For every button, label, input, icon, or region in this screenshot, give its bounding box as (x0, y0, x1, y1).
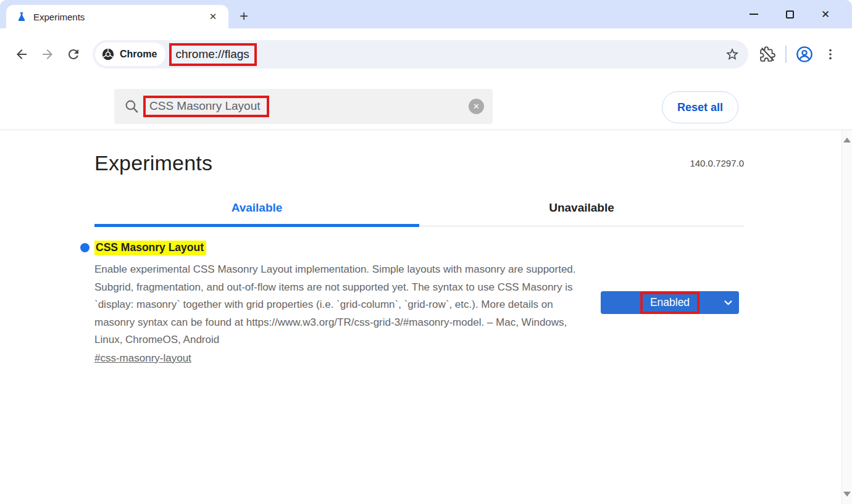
browser-window: Experiments ✕ + ✕ (0, 0, 852, 504)
new-tab-button[interactable]: + (233, 6, 254, 27)
flag-name-highlighted: CSS Masonry Layout (94, 241, 206, 255)
extensions-disabled-button[interactable] (754, 41, 780, 67)
tab-strip: Experiments ✕ + ✕ (0, 0, 852, 28)
three-dot-menu-icon (824, 48, 837, 61)
scroll-up-arrow-icon[interactable] (843, 138, 851, 143)
maximize-icon (786, 10, 794, 19)
annotation-red-box-enabled: Enabled (640, 292, 700, 314)
profile-avatar-icon (796, 46, 813, 63)
flags-page-content: Experiments 140.0.7297.0 Available Unava… (0, 130, 852, 504)
flag-description: Enable experimental CSS Masonry Layout i… (94, 261, 587, 349)
flag-bullet-dot-icon (80, 243, 90, 252)
tab-title: Experiments (33, 12, 205, 22)
chrome-version: 140.0.7297.0 (690, 158, 744, 168)
clear-search-button[interactable]: ✕ (469, 99, 484, 114)
address-bar[interactable]: Chrome chrome://flags (93, 40, 748, 68)
flag-entry: CSS Masonry Layout Enable experimental C… (94, 241, 744, 365)
flag-permalink[interactable]: #css-masonry-layout (94, 352, 191, 365)
profile-button[interactable] (791, 41, 817, 67)
page-header: Experiments 140.0.7297.0 (94, 151, 744, 175)
toolbar-divider (785, 46, 787, 63)
reload-icon (66, 47, 81, 62)
navigation-toolbar: Chrome chrome://flags (0, 28, 852, 80)
minimize-button[interactable] (736, 2, 772, 27)
tab-available[interactable]: Available (94, 201, 419, 226)
flags-tabs: Available Unavailable (94, 201, 744, 226)
vertical-scrollbar[interactable] (842, 130, 852, 504)
back-button[interactable] (9, 41, 35, 67)
minimize-icon (750, 14, 758, 15)
search-icon (124, 99, 140, 114)
forward-button[interactable] (35, 41, 61, 67)
flask-favicon-icon (16, 11, 27, 22)
window-controls: ✕ (736, 0, 843, 28)
chevron-down-icon (723, 297, 733, 308)
experiments-page: Experiments 140.0.7297.0 Available Unava… (94, 130, 744, 365)
menu-button[interactable] (817, 41, 843, 67)
bookmark-star-icon[interactable] (725, 47, 740, 62)
dropdown-selected-value: Enabled (650, 296, 690, 309)
annotation-red-box-search: CSS Masonry Layout (143, 96, 269, 117)
tab-unavailable[interactable]: Unavailable (419, 201, 744, 226)
maximize-button[interactable] (772, 2, 808, 27)
close-icon: ✕ (821, 9, 830, 20)
extensions-off-icon (759, 46, 775, 62)
search-input-value[interactable]: CSS Masonry Layout (149, 99, 261, 112)
back-arrow-icon (14, 47, 29, 62)
flags-search-row: CSS Masonry Layout ✕ Reset all (0, 80, 852, 130)
forward-arrow-icon (40, 47, 55, 62)
close-window-button[interactable]: ✕ (808, 2, 843, 27)
tab-close-icon[interactable]: ✕ (205, 9, 221, 25)
reset-all-button[interactable]: Reset all (662, 91, 738, 123)
reload-button[interactable] (61, 41, 86, 67)
flags-search-field[interactable]: CSS Masonry Layout ✕ (114, 89, 493, 124)
flag-value-dropdown[interactable]: Enabled (601, 291, 739, 314)
url-text[interactable]: chrome://flags (175, 48, 249, 61)
browser-tab[interactable]: Experiments ✕ (6, 5, 228, 28)
site-info-badge[interactable]: Chrome (95, 43, 165, 66)
annotation-red-box-url: chrome://flags (169, 43, 256, 66)
clear-icon: ✕ (473, 102, 480, 111)
chrome-logo-icon (101, 48, 115, 61)
site-badge-label: Chrome (120, 49, 157, 60)
page-title: Experiments (94, 151, 212, 175)
scroll-down-arrow-icon[interactable] (843, 492, 851, 497)
